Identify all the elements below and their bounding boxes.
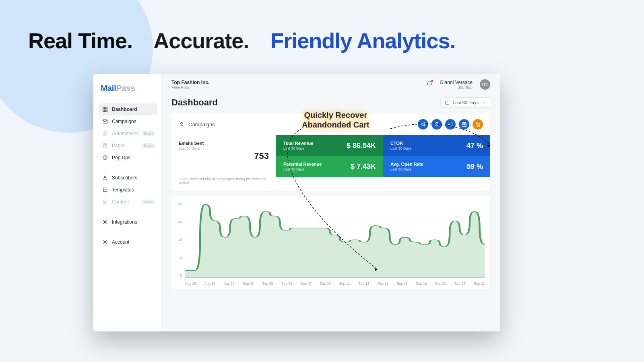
- svg-rect-0: [103, 107, 105, 109]
- campaigns-title-block: Campaigns: [179, 121, 215, 128]
- pages-icon: [102, 143, 108, 148]
- stat-value: 59 %: [466, 162, 483, 171]
- sidebar-item-label: Subscribers: [112, 175, 137, 181]
- action-cart-button[interactable]: [473, 119, 483, 130]
- svg-rect-10: [103, 188, 107, 191]
- sidebar-item-label: Integrations: [112, 219, 137, 225]
- org-block[interactable]: Top Fashion Inc. Free Plan: [171, 80, 209, 90]
- svg-rect-11: [103, 200, 107, 204]
- date-range-picker[interactable]: Last 30 Days: [440, 97, 490, 108]
- automation-icon: [102, 131, 108, 136]
- app-window: MailPass DashboardCampaignsAutomationsSo…: [93, 74, 500, 331]
- svg-point-12: [103, 220, 104, 221]
- stat-value: 47 %: [466, 142, 483, 150]
- stat-total-revenue: Total Revenue Last 30 Days $ 86.54K: [276, 135, 383, 156]
- soon-badge: Soon: [142, 200, 155, 204]
- svg-point-15: [106, 223, 107, 224]
- stat-ctor: CTOR Last 30 Days 47 %: [383, 135, 490, 156]
- marketing-headline: Real Time. Accurate. Friendly Analytics.: [28, 28, 455, 53]
- sidebar-item-automations: AutomationsSoon: [99, 128, 157, 140]
- sidebar-item-pop-ups[interactable]: Pop Ups: [99, 152, 157, 164]
- content-icon: [102, 199, 108, 205]
- chart-xlabels: Aug 26Aug 28Aug 30Sep 01Sep 03Sep 05Sep …: [185, 282, 485, 286]
- sidebar: MailPass DashboardCampaignsAutomationsSo…: [93, 74, 162, 331]
- stat-emails-sent: Emails Sent Last 30 Days 753: [171, 135, 276, 177]
- svg-point-17: [104, 241, 106, 243]
- mail-icon: [102, 119, 108, 124]
- page-header: Dashboard Last 30 Days: [171, 97, 490, 108]
- stat-footnote: Total Emails sent by all campaigns durin…: [171, 177, 276, 191]
- svg-rect-2: [103, 110, 105, 111]
- content: Dashboard Last 30 Days Campaigns: [162, 95, 500, 331]
- sidebar-item-campaigns[interactable]: Campaigns: [99, 115, 157, 128]
- user-label[interactable]: Gianni Versace 385-953: [440, 80, 473, 90]
- emails-area-chart: 32241680 Aug 26Aug 28Aug 30Sep 01Sep 03S…: [174, 202, 488, 286]
- brand-logo[interactable]: MailPass: [101, 84, 157, 93]
- chart-yticks: 32241680: [175, 202, 182, 278]
- brand-part-2: Pass: [116, 84, 135, 93]
- headline-part-2: Accurate.: [153, 29, 249, 53]
- sidebar-item-account[interactable]: Account: [99, 236, 157, 248]
- templates-icon: [102, 187, 108, 193]
- stats-grid: Emails Sent Last 30 Days 753 Total Reven…: [171, 135, 490, 191]
- svg-rect-18: [445, 101, 449, 105]
- svg-rect-1: [105, 107, 107, 109]
- sidebar-item-templates[interactable]: Templates: [99, 184, 157, 196]
- stat-sub: Last 30 Days: [179, 146, 269, 150]
- stat-value: $ 86.54K: [347, 142, 376, 150]
- dashboard-icon: [102, 107, 108, 112]
- org-name: Top Fashion Inc.: [171, 80, 209, 85]
- main-area: Top Fashion Inc. Free Plan Gianni Versac…: [162, 74, 500, 331]
- notifications-button[interactable]: [426, 80, 433, 88]
- user-name: Gianni Versace: [440, 80, 473, 85]
- sidebar-item-dashboard[interactable]: Dashboard: [99, 103, 157, 115]
- campaigns-header: Campaigns: [171, 113, 490, 135]
- campaign-actions: [418, 119, 483, 130]
- svg-point-5: [103, 132, 107, 136]
- svg-rect-3: [105, 110, 107, 111]
- action-megaphone-button[interactable]: [418, 119, 428, 130]
- sidebar-item-label: Pages: [112, 143, 126, 148]
- svg-point-6: [104, 133, 106, 134]
- sidebar-item-label: Campaigns: [112, 119, 136, 124]
- topbar: Top Fashion Inc. Free Plan Gianni Versac…: [162, 74, 500, 95]
- svg-point-22: [477, 126, 477, 127]
- svg-point-9: [104, 176, 106, 178]
- svg-point-13: [106, 220, 107, 221]
- action-person-button[interactable]: [431, 119, 442, 130]
- org-plan: Free Plan: [171, 85, 209, 90]
- action-gift-button[interactable]: [459, 119, 469, 130]
- integrations-icon: [102, 219, 108, 225]
- date-range-label: Last 30 Days: [453, 100, 479, 105]
- action-exit-button[interactable]: [445, 119, 456, 130]
- person-icon: [179, 121, 184, 127]
- soon-badge: Soon: [142, 143, 155, 148]
- sidebar-item-label: Content: [112, 199, 129, 205]
- gear-icon: [102, 239, 108, 245]
- soon-badge: Soon: [142, 131, 155, 136]
- stat-open-rate: Avg. Open Rate Last 30 Days 59 %: [383, 156, 490, 177]
- sidebar-item-label: Automations: [112, 131, 139, 136]
- headline-part-1: Real Time.: [28, 29, 132, 53]
- headline-part-3: Friendly Analytics.: [270, 29, 455, 53]
- stat-label: Emails Sent: [179, 141, 269, 146]
- svg-point-16: [105, 222, 105, 222]
- popups-icon: [102, 155, 108, 160]
- user-area: Gianni Versace 385-953 GV: [426, 79, 490, 90]
- person-icon: [434, 121, 440, 127]
- svg-point-23: [479, 126, 480, 127]
- sidebar-item-label: Account: [112, 239, 129, 245]
- person-icon: [102, 175, 108, 181]
- chart-card: 32241680 Aug 26Aug 28Aug 30Sep 01Sep 03S…: [171, 196, 490, 289]
- sidebar-item-label: Dashboard: [112, 107, 137, 112]
- campaigns-card: Campaigns Emails Sent Last 30 Days 753 T…: [171, 113, 490, 191]
- megaphone-icon: [420, 121, 426, 127]
- stat-value: 753: [254, 151, 269, 161]
- sidebar-item-subscribers[interactable]: Subscribers: [99, 172, 157, 184]
- avatar[interactable]: GV: [480, 79, 490, 90]
- sidebar-item-integrations[interactable]: Integrations: [99, 216, 157, 228]
- sidebar-item-content: ContentSoon: [99, 196, 157, 208]
- brand-part-1: Mail: [101, 84, 116, 93]
- sidebar-item-pages: PagesSoon: [99, 140, 157, 152]
- sidebar-item-label: Pop Ups: [112, 155, 130, 160]
